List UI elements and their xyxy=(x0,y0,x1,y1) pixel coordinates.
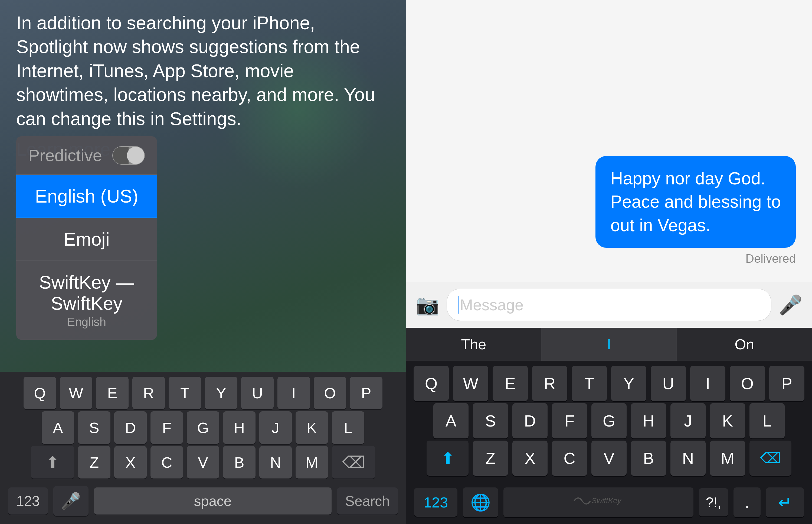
rkey-t[interactable]: T xyxy=(572,366,607,401)
key-n[interactable]: N xyxy=(259,446,292,478)
rkey-x[interactable]: X xyxy=(512,441,547,476)
rkey-a[interactable]: A xyxy=(433,403,469,439)
rkey-z[interactable]: Z xyxy=(473,441,508,476)
mic-icon-right: 🎤 xyxy=(779,294,802,316)
camera-button[interactable]: 📷 xyxy=(414,291,441,318)
key-e[interactable]: E xyxy=(96,377,129,409)
rkey-c[interactable]: C xyxy=(552,441,587,476)
enter-icon: ↵ xyxy=(778,493,792,512)
right-panel: Happy nor day God.Peace and blessing too… xyxy=(406,0,812,524)
rkey-i[interactable]: I xyxy=(690,366,725,401)
key-q[interactable]: Q xyxy=(23,377,56,409)
mic-button[interactable]: 🎤 xyxy=(777,291,804,318)
swiftkey-brand: SwiftKey xyxy=(571,494,626,511)
rkey-d[interactable]: D xyxy=(512,403,547,439)
left-key-row-1: Q W E R T Y U I O P xyxy=(0,377,406,409)
rkey-backspace[interactable]: ⌫ xyxy=(749,441,792,476)
key-a[interactable]: A xyxy=(42,411,74,444)
left-keyboard: Q W E R T Y U I O P A S D F G H J K L xyxy=(0,372,406,524)
key-j[interactable]: J xyxy=(259,411,292,444)
rkey-e[interactable]: E xyxy=(493,366,528,401)
rkey-y[interactable]: Y xyxy=(611,366,646,401)
rkey-h[interactable]: H xyxy=(631,403,666,439)
rkey-g[interactable]: G xyxy=(591,403,627,439)
rkey-s[interactable]: S xyxy=(473,403,508,439)
svg-text:SwiftKey: SwiftKey xyxy=(592,496,622,505)
key-p[interactable]: P xyxy=(350,377,383,409)
rkey-dot[interactable]: . xyxy=(733,488,761,517)
key-s[interactable]: S xyxy=(78,411,111,444)
toggle-knob xyxy=(127,147,144,164)
rkey-q[interactable]: Q xyxy=(413,366,449,401)
rkey-w[interactable]: W xyxy=(453,366,488,401)
right-key-row-3: ⬆ Z X C V B N M ⌫ xyxy=(406,441,812,476)
rkey-l[interactable]: L xyxy=(749,403,785,439)
rkey-space[interactable]: SwiftKey xyxy=(504,488,693,517)
space-key[interactable]: space xyxy=(94,488,332,514)
key-d[interactable]: D xyxy=(114,411,147,444)
rkey-n[interactable]: N xyxy=(671,441,706,476)
pred-on[interactable]: On xyxy=(677,328,812,361)
key-r[interactable]: R xyxy=(132,377,165,409)
backspace-key[interactable]: ⌫ xyxy=(332,446,375,478)
delivered-label: Delivered xyxy=(422,252,796,265)
key-z[interactable]: Z xyxy=(78,446,111,478)
rkey-enter[interactable]: ↵ xyxy=(766,488,804,517)
rkey-m[interactable]: M xyxy=(710,441,745,476)
rkey-v[interactable]: V xyxy=(591,441,627,476)
key-g[interactable]: G xyxy=(187,411,219,444)
key-c[interactable]: C xyxy=(151,446,183,478)
rkey-b[interactable]: B xyxy=(631,441,666,476)
left-key-row-3: ⬆ Z X C V B N M ⌫ xyxy=(0,446,406,478)
shift-key[interactable]: ⬆ xyxy=(31,446,74,478)
predictive-popup: Predictive English (US) Emoji SwiftKey —… xyxy=(16,136,157,340)
key-o[interactable]: O xyxy=(314,377,346,409)
menu-item-swiftkey[interactable]: SwiftKey — SwiftKey English xyxy=(16,261,157,340)
rkey-f[interactable]: F xyxy=(552,403,587,439)
camera-icon: 📷 xyxy=(416,294,440,316)
menu-item-english-label: English (US) xyxy=(29,185,145,207)
left-panel: In addition to searching your iPhone, Sp… xyxy=(0,0,406,524)
rkey-r[interactable]: R xyxy=(532,366,567,401)
key-h[interactable]: H xyxy=(223,411,255,444)
rkey-num[interactable]: 123 xyxy=(414,488,457,517)
key-y[interactable]: Y xyxy=(205,377,237,409)
predictive-toggle-row[interactable]: Predictive xyxy=(16,136,157,175)
pred-the[interactable]: The xyxy=(406,328,541,361)
key-t[interactable]: T xyxy=(169,377,201,409)
message-input[interactable]: Message xyxy=(446,289,772,321)
key-f[interactable]: F xyxy=(151,411,183,444)
left-keyboard-area: Q W E R T Y U I O P A S D F G H J K L xyxy=(0,372,406,524)
menu-item-english[interactable]: English (US) xyxy=(16,175,157,218)
rkey-p[interactable]: P xyxy=(769,366,805,401)
menu-item-swiftkey-label: SwiftKey — SwiftKey xyxy=(29,272,145,314)
rkey-punct[interactable]: ?!, xyxy=(699,488,728,517)
num-key[interactable]: 123 xyxy=(8,488,48,514)
rkey-u[interactable]: U xyxy=(651,366,686,401)
menu-item-swiftkey-sub: English xyxy=(29,315,145,329)
spotlight-description: In addition to searching your iPhone, Sp… xyxy=(16,11,390,131)
key-x[interactable]: X xyxy=(114,446,147,478)
key-u[interactable]: U xyxy=(241,377,274,409)
right-key-rows: Q W E R T Y U I O P A S D F G H J K xyxy=(406,361,812,481)
key-v[interactable]: V xyxy=(187,446,219,478)
globe-icon: 🌐 xyxy=(470,493,491,512)
key-w[interactable]: W xyxy=(60,377,92,409)
key-i[interactable]: I xyxy=(277,377,310,409)
predictive-toggle[interactable] xyxy=(112,146,145,165)
key-m[interactable]: M xyxy=(295,446,328,478)
rkey-k[interactable]: K xyxy=(710,403,745,439)
key-b[interactable]: B xyxy=(223,446,255,478)
search-key[interactable]: Search xyxy=(337,488,398,514)
globe-key[interactable]: 🌐 xyxy=(463,488,498,517)
rkey-shift[interactable]: ⬆ xyxy=(426,441,469,476)
key-l[interactable]: L xyxy=(332,411,364,444)
mic-key[interactable]: 🎤 xyxy=(53,486,88,516)
rkey-o[interactable]: O xyxy=(730,366,765,401)
menu-item-emoji[interactable]: Emoji xyxy=(16,218,157,261)
pred-i[interactable]: I xyxy=(541,328,677,361)
rkey-j[interactable]: J xyxy=(671,403,706,439)
message-placeholder: Message xyxy=(460,296,523,314)
right-bottom-bar: 123 🌐 SwiftKey ?!, . ↵ xyxy=(406,481,812,524)
key-k[interactable]: K xyxy=(295,411,328,444)
